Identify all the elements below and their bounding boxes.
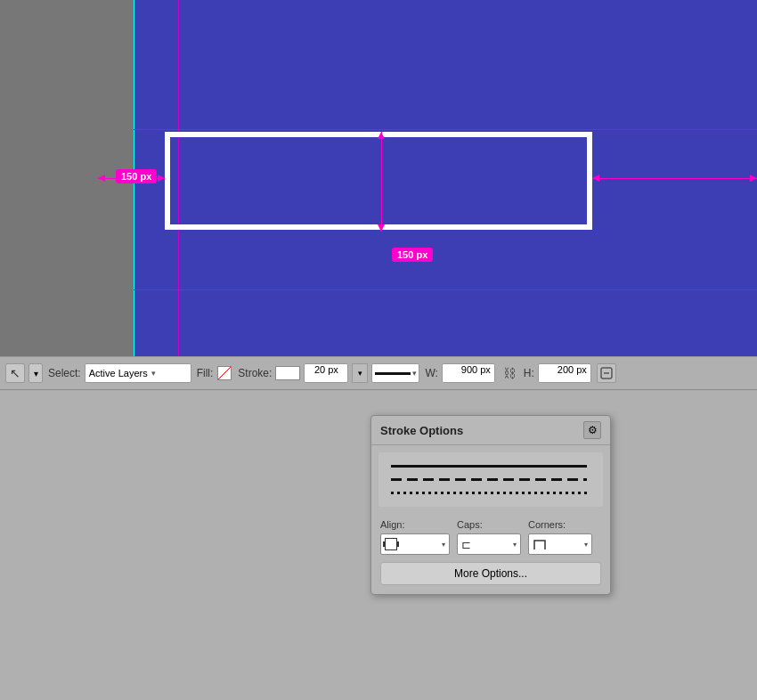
toolbar: ↖ ▾ Select: Active Layers ▾ Fill: Stroke… (0, 356, 757, 390)
stroke-label: Stroke: (238, 367, 272, 379)
align-icon (385, 538, 397, 550)
active-layers-dropdown[interactable]: Active Layers ▾ (85, 363, 191, 383)
bottom-panel: Stroke Options ⚙ Alig (0, 390, 757, 700)
measure-line-vertical (381, 132, 382, 232)
corners-dropdown-arrow: ▾ (584, 541, 588, 549)
fill-group: Fill: (197, 365, 233, 381)
stroke-options-header: Stroke Options ⚙ (371, 416, 610, 445)
caps-group: Caps: ⊏ ▾ (457, 519, 521, 555)
align-label: Align: (380, 519, 414, 530)
dropdown-chevron: ▾ (151, 369, 156, 378)
stroke-options-gear-button[interactable]: ⚙ (583, 421, 601, 439)
align-group: Align: ▾ (380, 519, 450, 555)
height-group: H: 200 px (524, 363, 591, 383)
stroke-solid-preview (391, 465, 587, 468)
caps-select[interactable]: ⊏ ▾ (457, 533, 521, 555)
active-layers-value: Active Layers (89, 368, 148, 378)
stroke-width-input[interactable]: 20 px (304, 363, 348, 383)
more-options-button[interactable]: More Options... (380, 562, 601, 585)
stroke-options-title: Stroke Options (380, 424, 463, 437)
fill-label: Fill: (197, 367, 214, 379)
align-dropdown-arrow: ▾ (442, 541, 445, 549)
measure-label-bottom: 150 px (392, 248, 433, 262)
guide-horizontal-bottom (134, 289, 757, 290)
measure-label-left: 150 px (116, 169, 157, 183)
corners-label: Corners: (528, 519, 566, 530)
stroke-solid-option[interactable] (387, 460, 594, 473)
caps-icon: ⊏ (461, 538, 471, 551)
height-input[interactable]: 200 px (538, 363, 591, 383)
align-select[interactable]: ▾ (380, 533, 450, 555)
stroke-dotted-preview (391, 492, 587, 494)
width-group: W: 900 px (425, 363, 494, 383)
stroke-group: Stroke: 20 px ▾ ▾ (238, 363, 419, 383)
fill-swatch[interactable] (216, 365, 232, 381)
stroke-dashed-option[interactable] (387, 473, 594, 486)
corners-select[interactable]: ▾ (528, 533, 592, 555)
stroke-dashed-preview (391, 478, 587, 481)
width-input[interactable]: 900 px (442, 363, 495, 383)
stroke-line-options-area (378, 452, 603, 507)
stroke-width-dropdown[interactable]: ▾ (352, 363, 368, 383)
width-label: W: (425, 367, 437, 379)
link-proportions-icon[interactable]: ⛓ (501, 364, 518, 382)
corner-options-icon[interactable] (597, 363, 616, 383)
stroke-style-button[interactable]: ▾ (371, 363, 419, 383)
stroke-properties-row: Align: ▾ Caps: ⊏ ▾ Corners: (380, 519, 601, 555)
stroke-color-swatch[interactable] (275, 366, 300, 380)
tool-group: ↖ ▾ (5, 363, 43, 383)
stroke-options-panel: Stroke Options ⚙ Alig (370, 415, 611, 595)
select-tool-chevron[interactable]: ▾ (28, 363, 43, 383)
select-group: Select: Active Layers ▾ (48, 363, 191, 383)
measure-line-right (592, 178, 757, 179)
stroke-bottom-section: Align: ▾ Caps: ⊏ ▾ Corners: (371, 514, 610, 594)
selected-rectangle[interactable] (165, 132, 592, 230)
select-tool-arrow[interactable]: ↖ (5, 363, 25, 383)
stroke-dotted-option[interactable] (387, 486, 594, 500)
height-label: H: (524, 367, 534, 379)
guide-horizontal-top (134, 129, 757, 130)
canvas-area: RELIABLE AND GREA 150 px 150 px (0, 0, 757, 356)
corners-group: Corners: ▾ (528, 519, 592, 555)
caps-label: Caps: (457, 519, 491, 530)
caps-dropdown-arrow: ▾ (513, 541, 517, 549)
select-label: Select: (48, 367, 81, 379)
corners-icon (533, 537, 547, 551)
